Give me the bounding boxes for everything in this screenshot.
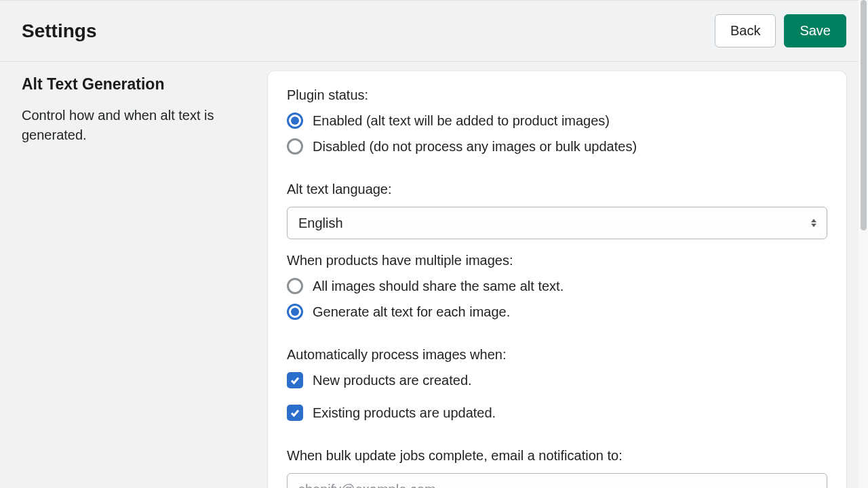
radio-label: Disabled (do not process any images or b… [313,139,637,155]
checkbox-icon [287,405,303,421]
bulk-email-label: When bulk update jobs complete, email a … [287,448,827,464]
scrollbar-thumb[interactable] [861,0,867,230]
save-button[interactable]: Save [784,14,846,47]
page-title: Settings [22,20,96,42]
radio-icon [287,304,303,320]
back-button[interactable]: Back [715,14,776,47]
radio-icon [287,278,303,294]
radio-share-alt-text[interactable]: All images should share the same alt tex… [287,278,827,294]
plugin-status-label: Plugin status: [287,87,827,103]
auto-process-group: Automatically process images when: New p… [287,347,827,421]
radio-icon [287,113,303,129]
settings-card: Plugin status: Enabled (alt text will be… [268,71,846,488]
scrollbar-track[interactable] [859,0,868,488]
multi-image-group: When products have multiple images: All … [287,253,827,320]
section-title: Alt Text Generation [22,75,256,94]
radio-icon [287,138,303,155]
language-select[interactable]: English [287,207,827,239]
checkbox-icon [287,372,303,388]
bulk-email-input[interactable] [287,473,827,488]
section-sidebar: Alt Text Generation Control how and when… [22,71,256,145]
radio-generate-each[interactable]: Generate alt text for each image. [287,304,827,320]
radio-label: All images should share the same alt tex… [313,279,564,294]
language-group: Alt text language: English [287,182,827,239]
header-actions: Back Save [715,14,846,47]
checkbox-label: Existing products are updated. [313,405,496,421]
plugin-status-group: Plugin status: Enabled (alt text will be… [287,87,827,155]
header-bar: Settings Back Save [0,0,868,62]
bulk-email-group: When bulk update jobs complete, email a … [287,448,827,488]
radio-label: Generate alt text for each image. [313,304,510,320]
radio-label: Enabled (alt text will be added to produ… [313,113,610,129]
radio-plugin-disabled[interactable]: Disabled (do not process any images or b… [287,138,827,155]
checkbox-label: New products are created. [313,373,472,388]
section-description: Control how and when alt text is generat… [22,106,256,145]
auto-process-label: Automatically process images when: [287,347,827,363]
checkbox-new-products[interactable]: New products are created. [287,372,827,388]
language-label: Alt text language: [287,182,827,197]
radio-plugin-enabled[interactable]: Enabled (alt text will be added to produ… [287,113,827,129]
multi-image-label: When products have multiple images: [287,253,827,268]
content-area: Alt Text Generation Control how and when… [0,62,868,488]
language-select-wrap: English [287,207,827,239]
checkbox-existing-products[interactable]: Existing products are updated. [287,405,827,421]
